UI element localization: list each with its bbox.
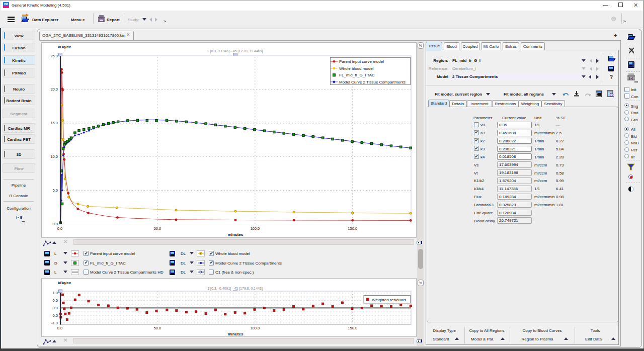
svg-text:15.0: 15.0 — [50, 121, 58, 125]
svg-text:kBq/cc: kBq/cc — [58, 45, 71, 49]
svg-text:50.0: 50.0 — [154, 326, 162, 330]
svg-text:kBq/cc: kBq/cc — [58, 281, 71, 285]
svg-text:0.5: 0.5 — [53, 298, 58, 303]
svg-text:-0.5: -0.5 — [51, 313, 58, 318]
svg-text:1 [0.3, -0.4091] - 45 [179.8,: 1 [0.3, -0.4091] - 45 [179.8, 0.1443] — [207, 287, 263, 291]
svg-text:Whole blood model: Whole blood model — [339, 66, 374, 71]
svg-text:20.0: 20.0 — [50, 87, 58, 92]
svg-text:minutes: minutes — [228, 232, 244, 237]
svg-text:Weighted residuals: Weighted residuals — [372, 298, 406, 302]
svg-text:Model Curve 2 Tissue Compartme: Model Curve 2 Tissue Compartments — [339, 80, 406, 84]
svg-text:50.0: 50.0 — [154, 226, 162, 231]
svg-text:0.0: 0.0 — [57, 226, 62, 231]
svg-text:0.0: 0.0 — [57, 326, 62, 330]
svg-text:100.0: 100.0 — [250, 226, 260, 231]
svg-text:-1.0: -1.0 — [51, 321, 58, 325]
svg-text:5.0: 5.0 — [53, 188, 58, 193]
svg-text:FL_mid_fr_G_I TAC: FL_mid_fr_G_I TAC — [339, 73, 375, 77]
svg-text:Parent input curve model: Parent input curve model — [339, 59, 384, 64]
svg-text:0.0: 0.0 — [53, 306, 58, 310]
svg-text:1.0: 1.0 — [53, 291, 58, 295]
svg-text:0.0: 0.0 — [53, 222, 58, 226]
svg-text:100.0: 100.0 — [250, 326, 260, 330]
svg-text:25.0: 25.0 — [50, 54, 58, 58]
svg-text:10.0: 10.0 — [50, 154, 58, 159]
svg-text:150.0: 150.0 — [348, 226, 357, 231]
svg-text:150.0: 150.0 — [348, 326, 357, 330]
svg-text:minutes: minutes — [228, 332, 244, 336]
svg-text:1 [0.3, 0.1846] - 45 [179.8, 1: 1 [0.3, 0.1846] - 45 [179.8, 11.4469] — [207, 49, 263, 53]
